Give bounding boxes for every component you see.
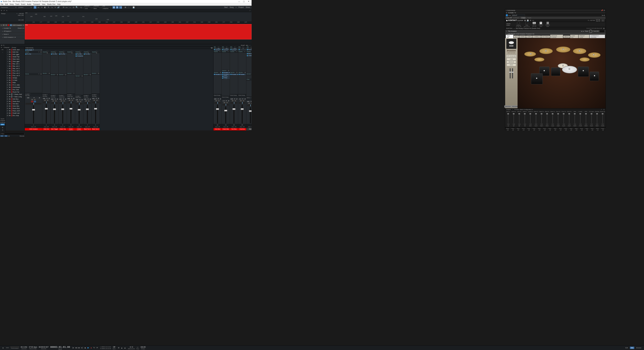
channel-io[interactable]: MON L + R [246,97,252,100]
nav-start[interactable]: Start [224,6,228,8]
fx-filter[interactable]: FX [4,135,8,137]
list-item[interactable]: 22▸Kick Bus [5,98,25,100]
phase-icon[interactable]: Ø [65,98,66,100]
expand-icon[interactable]: ⤢ [249,10,250,12]
volume-fader[interactable] [250,107,251,123]
insert-slot[interactable]: Pro EQ [83,53,92,55]
list-item[interactable]: 13▸HiHats [5,77,25,79]
channel-label[interactable]: Kick Out [42,128,50,130]
insert-slot[interactable]: Pro EQ [246,49,252,51]
pan-control[interactable] [214,102,221,104]
channel-label[interactable]: Kick Bus [214,128,222,130]
volume-fader[interactable] [234,105,234,123]
channel-label[interactable]: Snare Bottom [67,128,75,130]
mute-button[interactable]: M [240,100,242,102]
iq-label[interactable]: IQ [80,7,82,8]
nav-project[interactable]: Project [238,6,244,8]
pan-control[interactable] [43,102,50,103]
pan-control[interactable] [247,105,252,106]
phase-icon[interactable]: Ø [57,98,58,100]
grid-b-icon[interactable]: ⋮ [128,6,130,9]
polarity-icon[interactable]: ⟳ [71,98,72,99]
track-menu-icon[interactable]: ▦ [23,24,24,26]
insert-slot[interactable]: Console Shaper [222,49,230,51]
io-tab[interactable]: I/O [0,49,5,51]
polarity-icon[interactable]: ⟳ [46,98,48,99]
autoscroll-icon[interactable]: ▤ [112,6,115,9]
mute-button[interactable]: M [93,99,96,101]
pan-control[interactable] [84,102,91,104]
record-arm[interactable] [8,24,10,26]
pan-control[interactable] [51,102,58,104]
global-solo[interactable]: S [3,45,4,46]
mute-button[interactable]: M [248,102,250,104]
channel-label[interactable]: Tom Bus [230,128,238,130]
arrow-down-icon[interactable]: ↓ [0,52,5,54]
external-section[interactable]: External [0,122,5,123]
list-item[interactable]: 11▸Floo..om 2 [5,72,25,74]
ruler-tool-icon[interactable]: ↗ [3,10,5,12]
solo-button[interactable]: S [234,100,236,102]
insert-slot[interactable]: Pro EQ [75,53,83,55]
menu-file[interactable]: File [1,3,3,5]
mute-tool-icon[interactable]: ↘ [50,6,53,9]
list-item[interactable]: 17▸Overheads [5,86,25,89]
tool-d-icon[interactable]: ⊙ [72,6,75,9]
channel-io[interactable]: Drum Group [230,94,238,98]
tempo-cur[interactable]: 164.00 [19,13,24,15]
send-slot[interactable]: Parallel..tain [222,72,230,74]
inputs-section[interactable]: Inputs [0,118,5,120]
channel-io[interactable]: Kontakt 7Tom Bus [92,94,100,97]
channel-io[interactable]: Drum Group [238,94,246,98]
tool-e-icon[interactable]: 🔍 [76,6,78,9]
insert-slot[interactable]: Console Shaper [230,49,238,51]
polarity-icon[interactable]: ⟳ [96,98,97,99]
arrow-tool-icon[interactable]: ↖ [34,6,36,9]
mute-button[interactable]: M [52,100,54,102]
expand-icon[interactable]: ⤢ [249,45,250,46]
list-item[interactable]: 14▸X-Hats [5,79,25,81]
insert-slot[interactable]: Console Shaper [214,49,222,51]
list-item[interactable]: 24▸Tom Bus [5,103,25,105]
outputs-section[interactable]: Outputs [0,120,5,121]
volume-fader[interactable] [87,105,88,123]
solo-button[interactable]: S [250,102,252,104]
list-item[interactable]: 7▸Rac..om 1 [5,63,25,65]
polarity-icon[interactable]: ⟳ [63,98,64,100]
channel-dropdown[interactable]: GGD Invasion 1 ▾ [4,37,16,38]
list-item[interactable]: 4▸Snare Top [5,56,25,58]
menu-transport[interactable]: Transport [33,3,40,5]
range-tool-icon[interactable]: ▭ [37,6,40,9]
menu-song[interactable]: Song [10,3,14,5]
solo-button[interactable]: S [79,101,82,102]
split-tool-icon[interactable]: ✂ [40,6,43,9]
mute-button[interactable]: M [215,100,217,102]
ch-filter[interactable]: Ch. [0,135,4,137]
solo-button[interactable]: S [55,100,57,102]
solo-button[interactable]: S [242,100,245,102]
insert-slot[interactable] [238,49,246,51]
input-dropdown[interactable]: All Inputs ▾ [4,30,11,32]
remote-label[interactable]: Remote [20,135,24,137]
solo-button[interactable]: S [96,99,98,101]
list-item[interactable]: 20▸FXSnare..hort [5,93,25,96]
tempo-minus[interactable]: − [18,13,18,15]
phase-icon[interactable]: Ø [90,98,91,100]
mute-button[interactable]: M [85,100,87,102]
listen-tool-icon[interactable]: 🔊 [57,6,60,9]
minimize-button[interactable]: — [237,1,242,3]
list-item[interactable]: 27▸Para..unch [5,110,25,112]
channel-label[interactable]: Snare Trigger [75,128,83,130]
phase-icon[interactable]: Ø [49,98,50,99]
grid-a-icon[interactable]: ⊞ [124,6,127,9]
pan-control[interactable] [76,103,82,105]
tempo-graph[interactable]: 164 155 140 140 142 145 140 144 141 124 … [25,12,252,21]
instr-section[interactable]: Instr. [0,124,5,125]
mute-button[interactable]: M [44,99,46,101]
pan-control[interactable] [68,102,74,103]
monitor[interactable] [34,101,36,102]
channel-label[interactable]: Rack Tom 2 [92,128,100,130]
pan-control[interactable] [92,102,99,103]
channel-label[interactable]: Kick Trigger [50,128,58,130]
grid-icon[interactable]: ⊞ [0,127,5,129]
